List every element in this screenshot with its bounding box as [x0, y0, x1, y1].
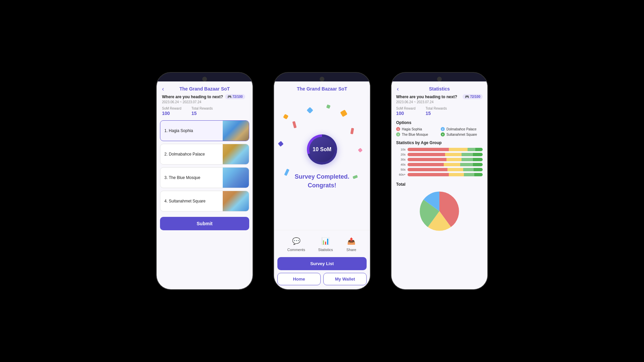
confetti-6 [350, 128, 354, 134]
survey-list-button[interactable]: Survey List [277, 257, 367, 270]
screen-completion: The Grand Bazaar SoT 10 [274, 81, 370, 289]
stats-info: Where are you heading to next? 🎮 72/100 … [391, 94, 487, 119]
phone-completion: The Grand Bazaar SoT 10 [273, 72, 371, 290]
option-img-sultan [223, 191, 249, 212]
phone-notch-1 [202, 77, 207, 81]
comments-icon: 💬 [291, 236, 302, 246]
rewards-row: SoM Reward 100 Total Rewards 15 [162, 107, 247, 116]
survey-header: ‹ The Grand Bazaar SoT [157, 81, 253, 94]
option-sultanahmet[interactable]: 4. Sultanahmet Square [160, 191, 249, 212]
age-stats-label: Statistics by Age Group [396, 140, 483, 145]
bar-40s [408, 163, 483, 166]
option-dolmabahce[interactable]: 2. Dolmabahce Palace [160, 144, 249, 165]
legend-sultan: 4 Sultanahmet Square [441, 132, 483, 136]
action-statistics[interactable]: 📊 Statistics [318, 236, 333, 252]
pie-chart-container [396, 189, 483, 234]
survey-question: Where are you heading to next? 🎮 72/100 [162, 94, 247, 99]
legend-dolma: 2 Dolmabahce Palace [441, 127, 483, 131]
reward-amount: 10 SoM [313, 146, 331, 153]
confetti-2 [292, 121, 297, 128]
action-share[interactable]: 📤 Share [346, 236, 357, 252]
confetti-3 [307, 107, 313, 114]
bar-10s [408, 148, 483, 151]
age-row-40s: 40s [396, 163, 483, 166]
stats-som-reward: SoM Reward 100 [396, 107, 416, 116]
confetti-8 [358, 148, 363, 153]
confetti-4 [326, 105, 331, 109]
confetti-9 [284, 169, 289, 176]
back-icon[interactable]: ‹ [162, 85, 164, 93]
screen-statistics: ‹ Statistics Where are you heading to ne… [391, 81, 487, 289]
option-img-dolma [223, 144, 249, 165]
legend-dot-3: 3 [396, 132, 400, 136]
confetti-7 [278, 141, 284, 146]
option-img-hagia [223, 120, 249, 141]
legend-mosque: 3 The Blue Mosque [396, 132, 438, 136]
reward-badge: 🎮 72/100 [225, 94, 245, 99]
age-row-60s: 60s+ [396, 173, 483, 176]
action-comments[interactable]: 💬 Comments [287, 236, 305, 252]
confetti-1 [283, 114, 288, 119]
bar-50s [408, 168, 483, 171]
confetti-area: 10 SoM Survey Completed. Congrats! [274, 94, 370, 230]
legend-hagia: 1 Hagia Sophia [396, 127, 438, 131]
stats-date-range: 2023.06.24 ~ 2023.07.24 [396, 100, 483, 104]
survey-info: Where are you heading to next? 🎮 72/100 … [157, 94, 253, 120]
phone-notch-3 [437, 77, 442, 81]
completion-actions: 💬 Comments 📊 Statistics 📤 Share [274, 230, 370, 257]
bar-30s [408, 158, 483, 161]
share-icon: 📤 [346, 236, 357, 246]
stats-title: Statistics [429, 86, 450, 92]
wallet-button[interactable]: My Wallet [323, 273, 367, 285]
stats-total-rewards: Total Rewards 15 [426, 107, 447, 116]
options-legend: Options 1 Hagia Sophia 2 Dolmabahce Pala… [391, 119, 487, 139]
stats-rewards-row: SoM Reward 100 Total Rewards 15 [396, 107, 483, 116]
options-list: 1. Hagia Sophia 2. Dolmabahce Palace 3. … [157, 120, 253, 212]
phone-statistics: ‹ Statistics Where are you heading to ne… [391, 72, 488, 290]
legend-dot-2: 2 [441, 127, 445, 131]
legend-dot-4: 4 [441, 132, 445, 136]
congrats-text: Survey Completed. Congrats! [294, 173, 349, 189]
stats-header: ‹ Statistics [391, 81, 487, 94]
option-blue-mosque[interactable]: 3. The Blue Mosque [160, 167, 249, 188]
confetti-5 [340, 110, 347, 117]
date-range: 2023.06.24 ~ 20223.07.24 [162, 100, 247, 104]
completion-container: The Grand Bazaar SoT 10 [274, 81, 370, 289]
screen-survey: ‹ The Grand Bazaar SoT Where are you hea… [157, 81, 253, 289]
submit-button[interactable]: Submit [160, 217, 249, 230]
bar-20s [408, 153, 483, 156]
option-hagia-sophia[interactable]: 1. Hagia Sophia [160, 120, 249, 141]
nav-row: Home My Wallet [274, 273, 370, 289]
completion-title: The Grand Bazaar SoT [274, 81, 370, 94]
option-img-mosque [223, 167, 249, 188]
age-stats: Statistics by Age Group 10s 20s [391, 139, 487, 179]
total-label: Total [396, 182, 483, 187]
stats-question: Where are you heading to next? 🎮 72/100 [396, 94, 483, 99]
phone-notch-2 [320, 77, 324, 81]
som-reward: SoM Reward 100 [162, 107, 181, 116]
total-section: Total [391, 179, 487, 239]
reward-circle: 10 SoM [307, 134, 337, 165]
confetti-10 [353, 175, 358, 179]
age-row-50s: 50s [396, 168, 483, 171]
legend-dot-1: 1 [396, 127, 400, 131]
legend-grid: 1 Hagia Sophia 2 Dolmabahce Palace 3 The… [396, 127, 483, 136]
home-button[interactable]: Home [277, 273, 321, 285]
bar-60s [408, 173, 483, 176]
pie-svg [418, 189, 461, 233]
back-icon-stats[interactable]: ‹ [397, 85, 399, 93]
statistics-icon: 📊 [320, 236, 331, 246]
total-rewards: Total Rewards 15 [192, 107, 213, 116]
options-label: Options [396, 120, 483, 125]
age-row-10s: 10s [396, 148, 483, 151]
phone-survey: ‹ The Grand Bazaar SoT Where are you hea… [156, 72, 253, 290]
reward-inner: 10 SoM [309, 137, 335, 162]
stats-reward-badge: 🎮 72/100 [463, 94, 483, 99]
pie-chart [418, 189, 461, 234]
survey-title: The Grand Bazaar SoT [179, 86, 230, 92]
age-row-30s: 30s [396, 158, 483, 161]
age-row-20s: 20s [396, 153, 483, 156]
stats-container: ‹ Statistics Where are you heading to ne… [391, 81, 487, 289]
